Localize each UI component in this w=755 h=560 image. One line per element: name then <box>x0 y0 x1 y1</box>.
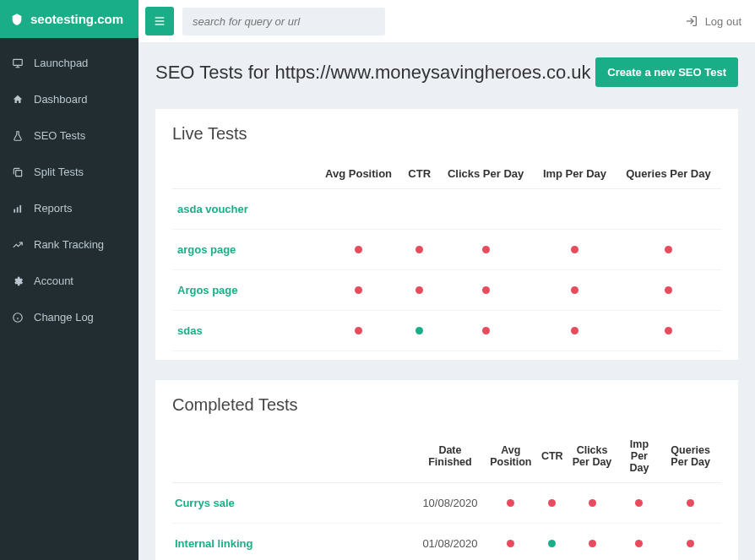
desktop-icon <box>12 57 24 69</box>
live-tests-table: Avg PositionCTRClicks Per DayImp Per Day… <box>172 159 721 351</box>
status-cell <box>534 189 616 230</box>
table-row: argos page <box>172 230 721 270</box>
sidebar-item-reports[interactable]: Reports <box>0 190 139 226</box>
sidebar-item-label: Reports <box>34 202 73 215</box>
column-header: Avg Position <box>316 159 401 189</box>
menu-toggle-button[interactable] <box>145 7 174 35</box>
status-dot <box>665 246 672 253</box>
test-name-link[interactable]: Argos page <box>172 270 316 311</box>
column-header <box>172 159 316 189</box>
test-name-link[interactable]: Currys sale <box>172 483 417 524</box>
brand[interactable]: seotesting.com <box>0 0 139 38</box>
column-header: Clicks Per Day <box>437 159 534 189</box>
status-cell <box>316 230 401 270</box>
search-input[interactable] <box>182 8 385 35</box>
topbar: Log out <box>139 0 755 42</box>
status-cell <box>483 524 539 561</box>
status-cell <box>539 524 566 561</box>
status-dot <box>482 327 490 334</box>
sidebar-item-label: Split Tests <box>34 166 84 178</box>
status-cell <box>619 524 660 561</box>
status-dot <box>416 246 423 253</box>
status-cell <box>616 270 721 311</box>
status-cell <box>534 311 616 351</box>
status-cell <box>437 311 534 351</box>
completed-tests-table: Date FinishedAvg PositionCTRClicks Per D… <box>172 430 721 560</box>
status-dot <box>507 540 514 547</box>
svg-rect-6 <box>19 204 21 212</box>
status-cell <box>616 189 721 230</box>
status-cell <box>316 311 401 351</box>
table-row: Currys sale10/08/2020 <box>172 483 721 524</box>
table-row: Argos page <box>172 270 721 311</box>
sidebar-item-change-log[interactable]: Change Log <box>0 299 139 335</box>
status-cell <box>616 230 721 270</box>
logout-link[interactable]: Log out <box>685 14 741 28</box>
column-header: Queries Per Day <box>660 430 721 483</box>
sidebar-item-label: Launchpad <box>34 57 88 69</box>
status-dot <box>416 286 423 294</box>
page-header: SEO Tests for https://www.moneysavingher… <box>139 42 755 102</box>
status-cell <box>437 189 534 230</box>
status-cell <box>401 270 437 311</box>
status-dot <box>571 286 578 294</box>
status-dot <box>507 499 514 507</box>
sidebar-item-label: Account <box>34 275 73 287</box>
status-cell <box>437 270 534 311</box>
status-dot <box>355 246 362 253</box>
column-header: Clicks Per Day <box>566 430 619 483</box>
status-dot <box>355 286 362 294</box>
status-dot <box>416 327 423 334</box>
column-header: Imp Per Day <box>619 430 660 483</box>
column-header: Queries Per Day <box>616 159 721 189</box>
hamburger-icon <box>153 14 166 28</box>
nav: Launchpad Dashboard SEO Tests Split Test… <box>0 38 139 335</box>
date-finished: 10/08/2020 <box>417 483 483 524</box>
status-cell <box>566 483 619 524</box>
table-row: sdas <box>172 311 721 351</box>
status-dot <box>355 327 362 334</box>
logout-icon <box>685 14 698 28</box>
column-header: CTR <box>539 430 566 483</box>
flask-icon <box>12 130 24 142</box>
sidebar-item-seo-tests[interactable]: SEO Tests <box>0 117 139 154</box>
test-name-link[interactable]: asda voucher <box>172 189 316 230</box>
sidebar-item-rank-tracking[interactable]: Rank Tracking <box>0 226 139 263</box>
status-cell <box>539 483 566 524</box>
test-name-link[interactable]: sdas <box>172 311 316 351</box>
table-row: Internal linking01/08/2020 <box>172 524 721 561</box>
sidebar-item-label: Rank Tracking <box>34 238 104 251</box>
status-dot <box>665 327 672 334</box>
status-dot <box>665 286 672 294</box>
create-seo-test-button[interactable]: Create a new SEO Test <box>595 57 738 87</box>
brand-icon <box>10 13 24 26</box>
status-cell <box>566 524 619 561</box>
sidebar-item-dashboard[interactable]: Dashboard <box>0 81 139 117</box>
table-row: asda voucher <box>172 189 721 230</box>
status-cell <box>534 270 616 311</box>
status-dot <box>548 540 556 547</box>
status-cell <box>619 483 660 524</box>
status-cell <box>483 483 539 524</box>
status-cell <box>401 230 437 270</box>
status-dot <box>571 327 578 334</box>
status-dot <box>635 540 643 547</box>
status-cell <box>401 311 437 351</box>
sidebar-item-label: Dashboard <box>34 93 88 106</box>
status-dot <box>571 246 578 253</box>
status-dot <box>482 286 490 294</box>
svg-rect-5 <box>17 207 19 212</box>
sidebar-item-split-tests[interactable]: Split Tests <box>0 154 139 190</box>
test-name-link[interactable]: Internal linking <box>172 524 417 561</box>
svg-rect-0 <box>14 59 23 65</box>
test-name-link[interactable]: argos page <box>172 230 316 270</box>
status-dot <box>589 499 596 507</box>
sidebar-item-launchpad[interactable]: Launchpad <box>0 45 139 81</box>
status-cell <box>316 189 401 230</box>
home-icon <box>12 94 24 106</box>
status-dot <box>589 540 596 547</box>
logout-label: Log out <box>705 15 741 28</box>
sidebar-item-account[interactable]: Account <box>0 263 139 299</box>
status-cell <box>401 189 437 230</box>
svg-rect-4 <box>14 209 15 212</box>
